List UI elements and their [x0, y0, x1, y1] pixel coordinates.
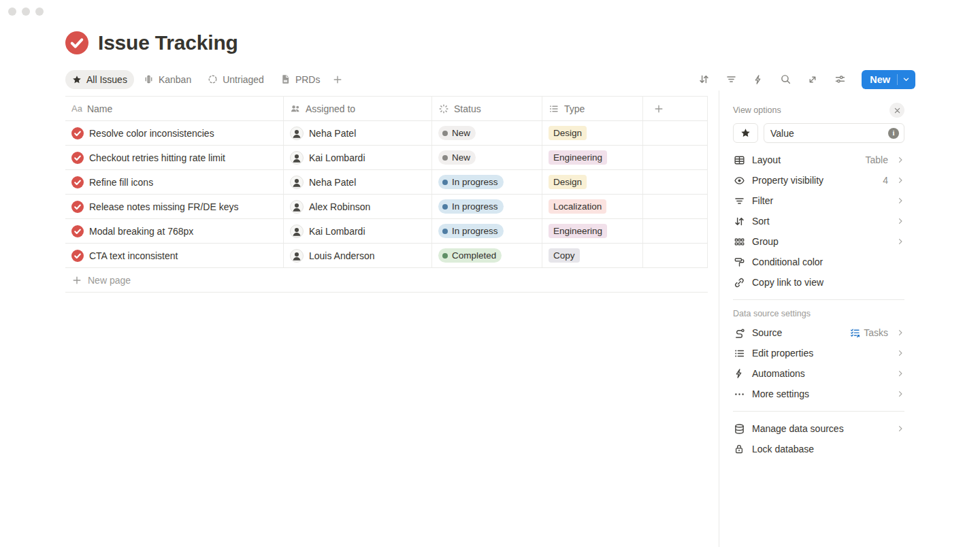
table-row: Refine fill icons Neha Patel In progress… [65, 170, 708, 195]
status-dot [442, 155, 448, 161]
window-close-button[interactable] [8, 7, 16, 16]
menu-item-automations[interactable]: Automations [733, 363, 904, 384]
chevron-right-icon [896, 197, 904, 205]
page-check-icon[interactable] [65, 31, 88, 54]
add-property-button[interactable] [643, 97, 708, 120]
star-icon [72, 75, 82, 84]
lightning-icon [733, 368, 745, 379]
tab-label: Untriaged [223, 74, 264, 85]
section-heading: Data source settings [733, 309, 904, 318]
issue-title: Modal breaking at 768px [89, 226, 193, 237]
issue-title: Checkout retries hitting rate limit [89, 152, 225, 163]
window-controls [8, 7, 44, 16]
tab-untriaged[interactable]: Untriaged [201, 70, 271, 89]
issue-name-cell[interactable]: Release notes missing FR/DE keys [65, 195, 284, 218]
menu-item-sort[interactable]: Sort [733, 211, 904, 231]
document-icon [280, 74, 291, 84]
tab-all-issues[interactable]: All Issues [65, 70, 134, 89]
tab-kanban[interactable]: Kanban [137, 70, 198, 89]
type-cell[interactable]: Localization [542, 195, 643, 218]
issue-name-cell[interactable]: Modal breaking at 768px [65, 219, 284, 243]
column-label: Assigned to [306, 103, 355, 114]
type-cell[interactable]: Engineering [542, 219, 643, 243]
menu-item-copy-link[interactable]: Copy link to view [733, 272, 904, 293]
tasks-database-icon [850, 328, 860, 338]
menu-item-lock-database[interactable]: Lock database [733, 439, 904, 459]
column-label: Name [87, 103, 112, 114]
issue-name-cell[interactable]: Resolve color inconsistencies [65, 121, 284, 145]
issue-title: Resolve color inconsistencies [89, 128, 214, 139]
filter-lines-icon [725, 73, 737, 85]
view-settings-button[interactable] [830, 70, 849, 89]
window-minimize-button[interactable] [22, 7, 30, 16]
status-cell[interactable]: New [432, 146, 542, 169]
favorite-view-button[interactable] [733, 123, 758, 143]
menu-item-conditional-color[interactable]: Conditional color [733, 252, 904, 272]
filter-button[interactable] [721, 70, 740, 89]
type-cell[interactable]: Design [542, 121, 643, 145]
status-cell[interactable]: In progress [432, 219, 542, 243]
tab-prds[interactable]: PRDs [274, 70, 327, 89]
type-cell[interactable]: Engineering [542, 146, 643, 169]
assignee-cell[interactable]: Louis Anderson [284, 244, 432, 267]
view-name-input[interactable]: Value i [764, 123, 904, 143]
lock-icon [733, 444, 745, 454]
menu-item-property-visibility[interactable]: Property visibility 4 [733, 170, 904, 190]
column-header-type[interactable]: Type [542, 97, 643, 120]
window-zoom-button[interactable] [35, 7, 44, 16]
search-button[interactable] [776, 70, 795, 89]
status-label: In progress [452, 201, 498, 212]
sort-arrows-icon [698, 73, 710, 85]
sort-button[interactable] [694, 70, 713, 89]
page-check-icon [71, 250, 84, 262]
assignee-cell[interactable]: Kai Lombardi [284, 219, 432, 243]
assignee-cell[interactable]: Kai Lombardi [284, 146, 432, 169]
info-icon[interactable]: i [888, 128, 899, 139]
new-page-row[interactable]: New page [65, 268, 708, 293]
add-view-button[interactable] [329, 74, 346, 85]
page-check-icon [71, 176, 84, 188]
link-icon [733, 277, 745, 288]
close-panel-button[interactable] [889, 103, 904, 118]
column-header-status[interactable]: Status [432, 97, 542, 120]
new-button[interactable]: New [862, 70, 915, 89]
view-options-panel: View options Value i Layout Table [719, 90, 980, 547]
menu-item-group[interactable]: Group [733, 231, 904, 252]
panel-title: View options [733, 105, 781, 115]
chevron-down-icon [902, 76, 910, 83]
issue-name-cell[interactable]: Refine fill icons [65, 170, 284, 194]
assignee-cell[interactable]: Alex Robinson [284, 195, 432, 218]
page-check-icon [71, 152, 84, 164]
table-header-row: Aa Name Assigned to Status Type [65, 97, 708, 121]
type-cell[interactable]: Design [542, 170, 643, 194]
column-header-name[interactable]: Aa Name [65, 97, 284, 120]
menu-item-source[interactable]: Source Tasks [733, 322, 904, 343]
table-row: Resolve color inconsistencies Neha Patel… [65, 121, 708, 146]
assignee-cell[interactable]: Neha Patel [284, 170, 432, 194]
status-badge: In progress [438, 199, 504, 214]
new-page-label: New page [88, 275, 131, 286]
sliders-icon [834, 73, 846, 85]
assignee-name: Neha Patel [309, 177, 356, 188]
assignee-cell[interactable]: Neha Patel [284, 121, 432, 145]
menu-item-manage-data-sources[interactable]: Manage data sources [733, 418, 904, 439]
status-cell[interactable]: Completed [432, 244, 542, 267]
status-cell[interactable]: In progress [432, 195, 542, 218]
column-header-assigned-to[interactable]: Assigned to [284, 97, 432, 120]
paint-roller-icon [733, 256, 745, 268]
menu-item-layout[interactable]: Layout Table [733, 150, 904, 170]
type-cell[interactable]: Copy [542, 244, 643, 267]
expand-button[interactable] [803, 70, 822, 89]
issue-name-cell[interactable]: Checkout retries hitting rate limit [65, 146, 284, 169]
board-icon [144, 74, 154, 84]
menu-item-more-settings[interactable]: More settings [733, 384, 904, 404]
menu-item-filter[interactable]: Filter [733, 190, 904, 211]
assignee-name: Kai Lombardi [309, 152, 365, 163]
status-cell[interactable]: New [432, 121, 542, 145]
type-badge: Engineering [549, 150, 607, 165]
automations-button[interactable] [749, 70, 768, 89]
issue-name-cell[interactable]: CTA text inconsistent [65, 244, 284, 267]
menu-item-edit-properties[interactable]: Edit properties [733, 343, 904, 363]
status-cell[interactable]: In progress [432, 170, 542, 194]
new-dropdown-button[interactable] [898, 76, 915, 83]
